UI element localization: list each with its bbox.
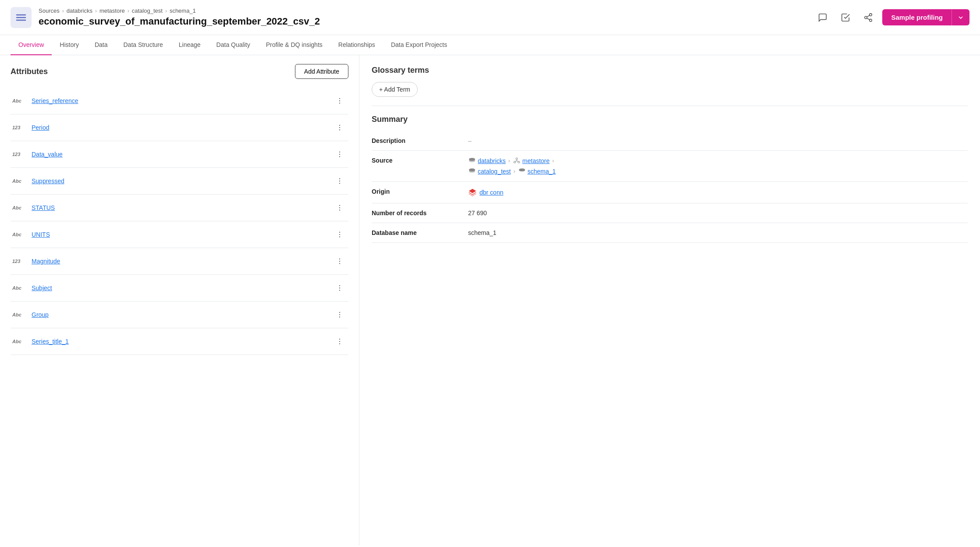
breadcrumb-catalog-test[interactable]: catalog_test bbox=[132, 7, 163, 14]
summary-row-records: Number of records 27 690 bbox=[372, 203, 968, 223]
attr-type-badge: Abc bbox=[12, 232, 26, 237]
metastore-icon bbox=[513, 157, 521, 165]
breadcrumb-databricks[interactable]: databricks bbox=[67, 7, 92, 14]
attribute-row: Abc Series_reference bbox=[11, 88, 348, 114]
svg-point-31 bbox=[339, 316, 340, 317]
header-actions: Sample profiling bbox=[814, 9, 969, 26]
svg-point-1 bbox=[865, 16, 867, 19]
svg-point-20 bbox=[339, 232, 340, 233]
svg-point-9 bbox=[339, 127, 340, 128]
svg-point-14 bbox=[339, 178, 340, 179]
source-sep-2: › bbox=[552, 158, 554, 164]
tab-data-export-projects[interactable]: Data Export Projects bbox=[383, 35, 455, 55]
source-catalog-test-link[interactable]: catalog_test bbox=[478, 168, 511, 175]
tab-data-structure[interactable]: Data Structure bbox=[116, 35, 171, 55]
sample-profiling-button[interactable]: Sample profiling bbox=[882, 9, 969, 25]
header: Sources › databricks › metastore › catal… bbox=[0, 0, 980, 35]
attr-menu-button[interactable] bbox=[333, 334, 347, 348]
source-databricks-link[interactable]: databricks bbox=[478, 157, 506, 164]
source-metastore-link[interactable]: metastore bbox=[522, 157, 550, 164]
tab-overview[interactable]: Overview bbox=[11, 35, 52, 55]
origin-value: dbr conn bbox=[468, 188, 968, 197]
attr-menu-button[interactable] bbox=[333, 254, 347, 268]
tab-profile-dq-insights[interactable]: Profile & DQ insights bbox=[258, 35, 330, 55]
tab-relationships[interactable]: Relationships bbox=[330, 35, 383, 55]
svg-point-5 bbox=[339, 98, 340, 99]
attr-menu-button[interactable] bbox=[333, 201, 347, 215]
attr-name-link[interactable]: Data_value bbox=[32, 151, 327, 158]
tab-data-quality[interactable]: Data Quality bbox=[209, 35, 258, 55]
attr-type-badge: Abc bbox=[12, 98, 26, 103]
attribute-row: 123 Data_value bbox=[11, 141, 348, 168]
svg-point-10 bbox=[339, 129, 340, 130]
svg-point-0 bbox=[870, 13, 872, 15]
attribute-row: 123 Period bbox=[11, 114, 348, 141]
databricks-icon bbox=[468, 157, 476, 165]
tab-data[interactable]: Data bbox=[87, 35, 116, 55]
db-name-value: schema_1 bbox=[468, 229, 968, 236]
attr-menu-button[interactable] bbox=[333, 121, 347, 135]
summary-section: Summary Description – Source bbox=[372, 115, 968, 243]
svg-point-15 bbox=[339, 181, 340, 181]
attr-menu-button[interactable] bbox=[333, 308, 347, 322]
svg-point-2 bbox=[870, 19, 872, 21]
add-attribute-button[interactable]: Add Attribute bbox=[295, 64, 348, 79]
app-logo bbox=[11, 7, 32, 28]
tab-lineage[interactable]: Lineage bbox=[171, 35, 209, 55]
attr-menu-button[interactable] bbox=[333, 281, 347, 295]
svg-point-29 bbox=[339, 312, 340, 313]
source-schema1-link[interactable]: schema_1 bbox=[528, 168, 556, 175]
records-label: Number of records bbox=[372, 210, 459, 217]
attr-name-link[interactable]: Period bbox=[32, 124, 327, 131]
comment-button[interactable] bbox=[814, 9, 831, 26]
source-label: Source bbox=[372, 157, 459, 164]
attr-name-link[interactable]: Series_title_1 bbox=[32, 338, 327, 345]
svg-point-23 bbox=[339, 259, 340, 259]
tab-history[interactable]: History bbox=[52, 35, 87, 55]
attr-name-link[interactable]: Magnitude bbox=[32, 258, 327, 265]
svg-line-4 bbox=[867, 15, 870, 17]
svg-point-22 bbox=[339, 236, 340, 237]
attr-menu-button[interactable] bbox=[333, 147, 347, 161]
attr-type-badge: 123 bbox=[12, 125, 26, 130]
summary-title: Summary bbox=[372, 115, 968, 124]
attr-name-link[interactable]: Series_reference bbox=[32, 97, 327, 104]
attr-name-link[interactable]: Suppressed bbox=[32, 178, 327, 185]
bookmark-button[interactable] bbox=[837, 9, 854, 26]
source-value: databricks › bbox=[468, 157, 968, 175]
attribute-row: Abc Suppressed bbox=[11, 168, 348, 195]
breadcrumb: Sources › databricks › metastore › catal… bbox=[39, 7, 807, 14]
attr-name-link[interactable]: Subject bbox=[32, 284, 327, 291]
tabs: Overview History Data Data Structure Lin… bbox=[0, 35, 980, 55]
breadcrumb-schema1[interactable]: schema_1 bbox=[170, 7, 196, 14]
attr-name-link[interactable]: Group bbox=[32, 311, 327, 318]
svg-point-25 bbox=[339, 263, 340, 264]
attribute-row: Abc Group bbox=[11, 302, 348, 328]
attr-menu-button[interactable] bbox=[333, 227, 347, 242]
svg-point-26 bbox=[339, 285, 340, 286]
attr-type-badge: 123 bbox=[12, 259, 26, 264]
attr-menu-button[interactable] bbox=[333, 94, 347, 108]
svg-point-8 bbox=[339, 125, 340, 126]
source-sep-3: › bbox=[514, 168, 515, 174]
share-button[interactable] bbox=[859, 9, 877, 26]
attr-name-link[interactable]: STATUS bbox=[32, 204, 327, 211]
attr-name-link[interactable]: UNITS bbox=[32, 231, 327, 238]
origin-link[interactable]: dbr conn bbox=[468, 188, 968, 197]
breadcrumb-sources[interactable]: Sources bbox=[39, 7, 60, 14]
attr-type-badge: Abc bbox=[12, 205, 26, 210]
attr-menu-button[interactable] bbox=[333, 174, 347, 188]
svg-point-33 bbox=[339, 341, 340, 342]
page-title: economic_survey_of_manufacturing_septemb… bbox=[39, 16, 807, 27]
left-panel: Attributes Add Attribute Abc Series_refe… bbox=[0, 55, 359, 545]
glossary-title: Glossary terms bbox=[372, 66, 968, 75]
breadcrumb-metastore[interactable]: metastore bbox=[99, 7, 125, 14]
add-term-button[interactable]: + Add Term bbox=[372, 82, 418, 97]
svg-point-12 bbox=[339, 154, 340, 155]
attribute-list: Abc Series_reference 123 Period 123 bbox=[11, 88, 348, 355]
db-name-label: Database name bbox=[372, 229, 459, 236]
header-title-group: Sources › databricks › metastore › catal… bbox=[39, 7, 807, 27]
summary-row-db-name: Database name schema_1 bbox=[372, 223, 968, 243]
svg-rect-37 bbox=[514, 161, 515, 163]
right-panel: Glossary terms + Add Term Summary Descri… bbox=[359, 55, 980, 545]
